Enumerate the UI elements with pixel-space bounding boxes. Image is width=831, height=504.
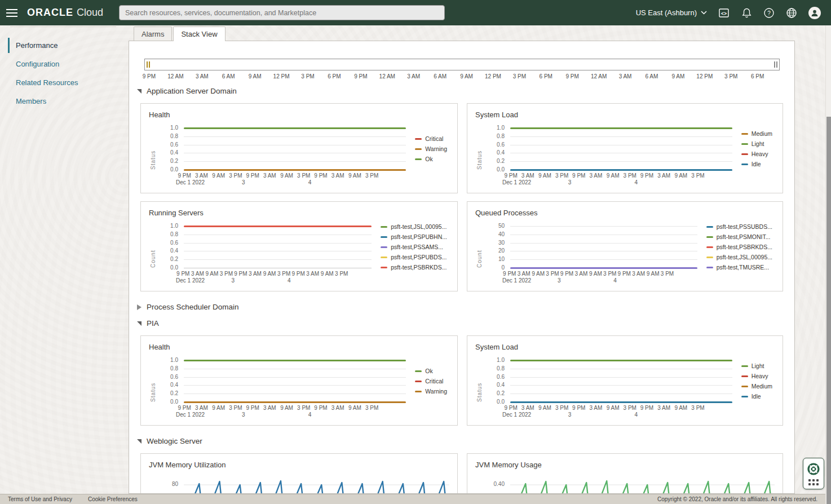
tab-stack-view[interactable]: Stack View xyxy=(173,26,225,41)
sidebar-item-members[interactable]: Members xyxy=(0,92,129,110)
svg-text:?: ? xyxy=(767,10,771,16)
y-axis: Status1.00.80.60.40.20.0 xyxy=(475,128,510,170)
help-icon[interactable]: ? xyxy=(763,7,775,19)
chart-title: JVM Memory Usage xyxy=(475,461,775,469)
gridline xyxy=(510,161,732,162)
x-tick-label: 3 PM xyxy=(364,173,381,179)
x-tick-label: 9 PM xyxy=(502,173,519,179)
slider-handle-left[interactable] xyxy=(147,61,150,68)
legend-item: Heavy xyxy=(741,151,772,157)
life-ring-icon xyxy=(807,462,820,476)
x-tick-label: 3 PM xyxy=(295,405,312,411)
x-tick-label: 9 PM xyxy=(291,271,306,277)
y-tick-label: 0.6 xyxy=(497,374,505,380)
y-tick-label: 80 xyxy=(172,481,178,487)
legend-swatch xyxy=(706,267,713,268)
time-tick-label: 6 AM xyxy=(639,73,665,79)
legend-label: Critical xyxy=(425,135,443,142)
chart-card-health: HealthStatus1.00.80.60.40.20.09 PM3 AM9 … xyxy=(140,335,458,426)
legend-item: psft-test,PSSUBDS... xyxy=(706,223,772,230)
sidebar-divider xyxy=(10,26,116,27)
x-tick-label: 3 PM xyxy=(689,405,706,411)
scrollbar-thumb[interactable] xyxy=(826,117,831,504)
region-label: US East (Ashburn) xyxy=(636,8,697,17)
time-range-slider[interactable] xyxy=(144,59,780,70)
legend-swatch xyxy=(415,148,422,150)
legend-item: Light xyxy=(741,362,772,369)
legend-label: psft-test,PSSUBDS... xyxy=(717,223,772,230)
section-title: PIA xyxy=(147,319,159,328)
gridline xyxy=(510,369,732,369)
gridline xyxy=(510,226,697,227)
x-tick-label: 9 AM xyxy=(278,173,295,179)
expand-triangle-icon xyxy=(137,304,142,310)
gridline xyxy=(510,394,732,394)
section-header-pia[interactable]: PIA xyxy=(137,319,794,328)
legend-item: Medium xyxy=(741,130,772,137)
chart-title: System Load xyxy=(475,110,775,119)
user-avatar[interactable] xyxy=(808,7,821,19)
y-tick-label: 0.4 xyxy=(497,150,505,156)
sidebar-item-configuration[interactable]: Configuration xyxy=(0,55,129,73)
x-tick-label: 3 PM xyxy=(621,405,638,411)
hamburger-menu-icon[interactable] xyxy=(1,0,23,25)
series-line-warning xyxy=(184,169,406,171)
legend-label: psft-test,PSBRKDS... xyxy=(391,264,447,271)
search-input[interactable] xyxy=(119,5,445,20)
x-tick-label: 3 AM xyxy=(248,271,263,277)
chart-body: Status1.00.80.60.40.20.09 PM3 AM9 AM3 PM… xyxy=(475,360,775,418)
x-tick-label: 9 AM xyxy=(673,405,689,411)
y-tick-label: 10 xyxy=(498,257,505,262)
x-tick-label: 3 AM xyxy=(329,173,346,179)
section-header-process-scheduler-domain[interactable]: Process Scheduler Domain xyxy=(137,303,794,311)
chart-title: Health xyxy=(149,343,449,351)
slider-handle-right[interactable] xyxy=(774,61,777,68)
terms-link[interactable]: Terms of Use and Privacy xyxy=(8,496,72,502)
tab-alarms[interactable]: Alarms xyxy=(134,26,172,41)
legend-label: Heavy xyxy=(752,373,768,379)
legend-swatch xyxy=(741,143,748,145)
sidebar-item-related-resources[interactable]: Related Resources xyxy=(0,73,129,92)
chart-body: Count1.00.80.60.40.20.09 PM3 AM9 AM3 PM9… xyxy=(149,226,449,284)
x-tick-label: 3 AM xyxy=(656,173,673,179)
help-launcher-widget[interactable] xyxy=(803,458,824,489)
section-header-weblogic-server[interactable]: Weblogic Server xyxy=(137,437,794,445)
legend-label: psft-test,JSL,00095... xyxy=(717,254,772,260)
notifications-bell-icon[interactable] xyxy=(741,7,752,19)
collapse-triangle-icon xyxy=(137,321,142,326)
y-axis-title: Status xyxy=(150,128,156,170)
chart-title: Queued Processes xyxy=(475,209,775,217)
y-axis: Status1.00.80.60.40.20.0 xyxy=(149,360,184,402)
page-scrollbar[interactable] xyxy=(825,25,831,504)
x-tick-label: 3 PM xyxy=(603,271,617,277)
legend-item: Critical xyxy=(415,135,447,142)
time-tick-label: 9 AM xyxy=(665,73,691,79)
y-tick-label: 0.6 xyxy=(497,142,505,148)
chart-row: JVM Memory Utilization80JVM Memory Usage… xyxy=(140,453,783,494)
y-tick-label: 0.6 xyxy=(170,240,178,246)
plot-area: 9 PM3 AM9 AM3 PM9 PM3 AM9 AM3 PM9 PM3 AM… xyxy=(184,360,406,418)
sidebar-item-performance[interactable]: Performance xyxy=(0,36,129,55)
y-axis: 0.40 xyxy=(475,478,510,494)
series-line-ok xyxy=(184,127,406,129)
developer-tools-icon[interactable]: <> xyxy=(718,7,730,19)
legend-label: Warning xyxy=(425,388,447,395)
chart-legend: LightHeavyMediumIdle xyxy=(741,360,775,402)
section-header-application-server-domain[interactable]: Application Server Domain xyxy=(137,87,794,95)
gridline xyxy=(510,136,732,137)
time-tick-label: 3 AM xyxy=(612,73,639,79)
time-tick-label: 12 AM xyxy=(374,73,400,79)
time-tick-label: 3 PM xyxy=(295,73,321,79)
language-globe-icon[interactable] xyxy=(786,7,797,19)
chart-legend: MediumLightHeavyIdle xyxy=(741,128,775,170)
chart-card-jvm-memory-usage: JVM Memory Usage0.40 xyxy=(467,453,783,494)
cookie-preferences-link[interactable]: Cookie Preferences xyxy=(88,496,138,502)
x-axis-ticks: 9 PM3 AM9 AM3 PM9 PM3 AM9 AM3 PM9 PM3 AM… xyxy=(176,405,381,411)
region-selector[interactable]: US East (Ashburn) xyxy=(636,8,707,17)
x-tick-label: 9 AM xyxy=(536,405,553,411)
x-tick-label: 9 AM xyxy=(320,271,334,277)
oracle-cloud-console: ORACLE Cloud US East (Ashburn) <> xyxy=(0,0,831,504)
legend-label: psft-test,PSPUBDS... xyxy=(391,254,447,260)
y-tick-label: 1.0 xyxy=(170,125,178,131)
plot xyxy=(184,128,406,170)
